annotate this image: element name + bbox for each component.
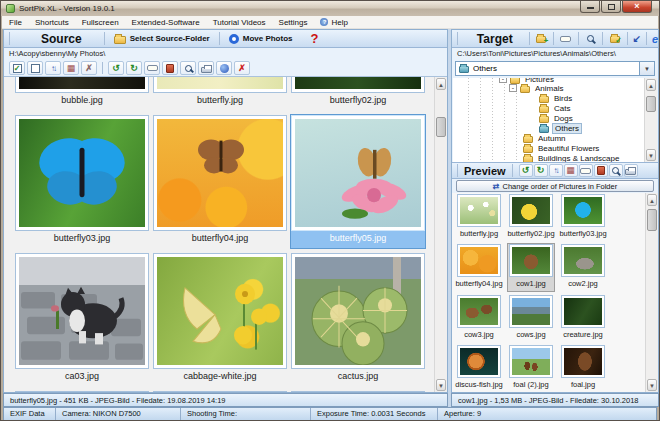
maximize-button[interactable] — [601, 1, 621, 13]
rename-icon — [147, 65, 158, 71]
tree-node-animals[interactable]: - Animals — [509, 83, 565, 93]
preview-sort-button[interactable]: ↑↓ — [549, 164, 563, 177]
tree-node-dogs[interactable]: Dogs — [539, 113, 575, 123]
print-button[interactable] — [198, 61, 214, 75]
target-folder-dropdown[interactable]: Others ▼ — [455, 61, 655, 76]
preview-thumb-butterfly04[interactable]: butterfly04.jpg — [456, 244, 502, 291]
preview-rotate-right-button[interactable]: ↻ — [534, 164, 548, 177]
tree-node-birds[interactable]: Birds — [539, 93, 574, 103]
new-folder-button[interactable]: + — [535, 32, 549, 46]
delete-button[interactable] — [162, 61, 178, 75]
folder-icon — [539, 116, 549, 123]
magnifier-icon — [185, 65, 192, 72]
preview-thumb-foal[interactable]: foal.jpg — [560, 345, 606, 392]
scroll-down-icon[interactable]: ▼ — [436, 379, 446, 391]
preview-thumb-creature[interactable]: creature.jpg — [560, 295, 606, 342]
preview-scrollbar-thumb[interactable] — [647, 209, 657, 231]
rename-folder-button[interactable] — [559, 32, 573, 46]
preview-thumb-discus-fish[interactable]: discus-fish.jpg — [456, 345, 502, 392]
close-list-button[interactable]: ✗ — [234, 61, 250, 75]
preview-thumb-foal2[interactable]: foal (2).jpg — [508, 345, 554, 392]
scroll-up-icon[interactable]: ▲ — [646, 79, 656, 91]
preview-thumb-butterfly02[interactable]: butterfly02.jpg — [508, 194, 554, 241]
preview-thumb-butterfly03[interactable]: butterfly03.jpg — [560, 194, 606, 241]
menu-settings[interactable]: Settings — [279, 18, 308, 27]
app-window: SortPix XL - Version 19.0.1 × File Short… — [0, 0, 660, 421]
goto-folder-icon[interactable]: ↙ — [633, 33, 641, 44]
sort-icon: ↑↓ — [554, 166, 558, 175]
tree-node-beautiful-flowers[interactable]: Beautiful Flowers — [523, 143, 601, 153]
tree-scrollbar-thumb[interactable] — [646, 96, 656, 112]
clock-icon — [220, 64, 229, 73]
scroll-down-icon[interactable]: ▼ — [647, 379, 657, 391]
zoom-button[interactable] — [180, 61, 196, 75]
scroll-up-icon[interactable]: ▲ — [436, 78, 446, 90]
confirm-folder-button[interactable]: ✓ — [608, 32, 622, 46]
menu-shortcuts[interactable]: Shortcuts — [35, 18, 69, 27]
preview-thumb-butterfly[interactable]: butterfly.jpg — [456, 194, 502, 241]
change-order-button[interactable]: ⇄ Change order of Pictures in Folder — [456, 180, 654, 192]
remove-selection-button[interactable]: ✗ — [81, 61, 97, 75]
select-all-button[interactable]: ✓ — [9, 61, 25, 75]
thumbnail-partial[interactable] — [291, 391, 425, 392]
columns-icon: ▦ — [566, 166, 575, 175]
menu-tutorial-videos[interactable]: Tutorial Videos — [213, 18, 266, 27]
collapse-icon[interactable]: - — [509, 84, 517, 92]
preview-print-button[interactable] — [624, 164, 638, 177]
title-bar: SortPix XL - Version 19.0.1 — [1, 1, 659, 16]
thumbnail-partial[interactable] — [153, 391, 287, 392]
preview-thumb-cow1-selected[interactable]: cow1.jpg — [508, 244, 554, 291]
scroll-down-icon[interactable]: ▼ — [646, 149, 656, 161]
sort-button[interactable]: ↑↓ — [45, 61, 61, 75]
menu-extended-software[interactable]: Extended-Software — [132, 18, 200, 27]
menu-help[interactable]: ? Help — [320, 18, 347, 27]
source-scrollbar-thumb[interactable] — [436, 117, 446, 137]
tree-node-others-selected[interactable]: Others — [539, 123, 582, 133]
preview-rotate-left-button[interactable]: ↺ — [519, 164, 533, 177]
preview-zoom-button[interactable] — [609, 164, 623, 177]
explorer-icon[interactable]: e — [652, 33, 658, 45]
preview-thumbnail-grid: butterfly.jpg butterfly02.jpg butterfly0… — [452, 193, 658, 392]
collapse-icon[interactable]: - — [499, 78, 507, 83]
thumbnail-butterfly02[interactable]: butterfly02.jpg — [291, 77, 425, 110]
tree-scrollbar[interactable]: ▲ ▼ — [644, 78, 657, 162]
source-scrollbar[interactable]: ▲ ▼ — [434, 77, 447, 392]
tree-node-cats[interactable]: Cats — [539, 103, 572, 113]
tree-node-autumn[interactable]: Autumn — [523, 133, 568, 143]
preview-columns-button[interactable]: ▦ — [564, 164, 578, 177]
scroll-up-icon[interactable]: ▲ — [647, 194, 657, 206]
preview-thumb-cow3[interactable]: cow3.jpg — [456, 295, 502, 342]
thumbnail-partial[interactable] — [15, 391, 149, 392]
select-source-folder-button[interactable]: Select Source-Folder — [110, 33, 214, 45]
thumbnail-butterfly04[interactable]: butterfly04.jpg — [153, 115, 287, 248]
deselect-all-button[interactable] — [27, 61, 43, 75]
menu-fullscreen[interactable]: Fullscreen — [82, 18, 119, 27]
preview-thumb-cow2[interactable]: cow2.jpg — [560, 244, 606, 291]
close-button[interactable]: × — [622, 1, 652, 13]
preview-delete-button[interactable] — [594, 164, 608, 177]
rotate-left-button[interactable]: ↺ — [108, 61, 124, 75]
thumbnail-butterfly03[interactable]: butterfly03.jpg — [15, 115, 149, 248]
thumbnail-butterfly05-selected[interactable]: butterfly05.jpg — [291, 115, 425, 248]
minimize-button[interactable] — [580, 1, 600, 13]
preview-scrollbar[interactable]: ▲ ▼ — [645, 193, 658, 392]
preview-rename-button[interactable] — [579, 164, 593, 177]
search-folder-button[interactable] — [584, 32, 598, 46]
tree-node-buildings-landscape[interactable]: Buildings & Landscape — [523, 153, 621, 162]
columns-view-button[interactable]: ▦ — [63, 61, 79, 75]
thumbnail-butterfly[interactable]: butterfly.jpg — [153, 77, 287, 110]
rotate-right-button[interactable]: ↻ — [126, 61, 142, 75]
thumbnail-bubble[interactable]: bubble.jpg — [15, 77, 149, 110]
thumbnail-cabbage-white[interactable]: cabbage-white.jpg — [153, 253, 287, 386]
dropdown-arrow-icon[interactable]: ▼ — [639, 62, 654, 75]
exif-aperture: Aperture: 9 — [438, 408, 487, 420]
help-question-icon[interactable]: ? — [311, 31, 319, 46]
history-button[interactable] — [216, 61, 232, 75]
menu-file[interactable]: File — [9, 18, 22, 27]
photo-cow2 — [564, 247, 602, 274]
preview-thumb-cows[interactable]: cows.jpg — [508, 295, 554, 342]
rename-button[interactable] — [144, 61, 160, 75]
thumbnail-cactus[interactable]: cactus.jpg — [291, 253, 425, 386]
move-photos-button[interactable]: Move Photos — [225, 33, 297, 45]
thumbnail-ca03[interactable]: ca03.jpg — [15, 253, 149, 386]
